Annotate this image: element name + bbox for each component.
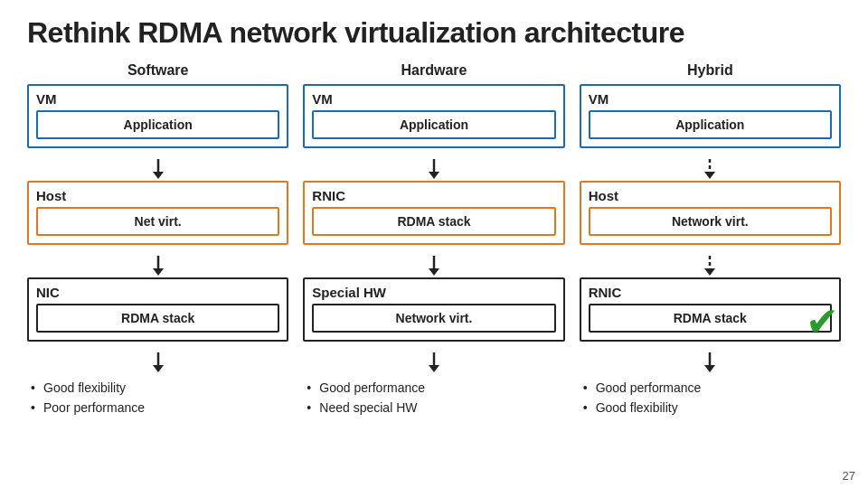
hardware-bullet-1: Good performance (307, 378, 564, 398)
hardware-specialhw-label: Special HW (312, 285, 555, 300)
software-bullet-1: Good flexibility (31, 378, 288, 398)
hybrid-arrow-2 (702, 256, 718, 276)
columns-container: Software VM Application Host Net virt. (27, 62, 841, 418)
hybrid-rnic-box: RNIC RDMA stack ✔ (580, 277, 841, 342)
software-host-box: Host Net virt. (27, 181, 288, 245)
page-title: Rethink RDMA network virtualization arch… (27, 16, 841, 50)
hybrid-header: Hybrid (687, 62, 733, 79)
software-net-box: Net virt. (36, 207, 279, 236)
hardware-column: Hardware VM Application RNIC RDMA stack (303, 62, 564, 418)
hybrid-bullet-2: Good flexibility (583, 398, 841, 418)
svg-marker-3 (153, 268, 164, 276)
page-container: Rethink RDMA network virtualization arch… (0, 0, 868, 427)
svg-marker-15 (704, 268, 715, 276)
hardware-arrow-1 (426, 159, 442, 179)
software-bullet-2: Poor performance (31, 398, 288, 418)
svg-marker-9 (429, 268, 439, 276)
hardware-specialhw-box: Special HW Network virt. (303, 277, 564, 342)
hardware-vm-box: VM Application (303, 84, 564, 148)
hardware-rnic-label: RNIC (312, 188, 555, 203)
hybrid-vm-box: VM Application (580, 84, 841, 148)
software-nic-box: NIC RDMA stack (27, 277, 288, 342)
svg-marker-17 (704, 365, 715, 372)
software-header: Software (127, 62, 189, 79)
software-nic-label: NIC (36, 285, 279, 300)
hybrid-rdma-wrapper: RDMA stack ✔ (589, 304, 832, 333)
checkmark-icon: ✔ (806, 302, 839, 342)
page-number: 27 (843, 469, 855, 483)
hardware-arrow-2 (426, 256, 442, 276)
software-host-label: Host (36, 188, 279, 203)
hybrid-app-box: Application (589, 110, 832, 139)
hardware-vm-label: VM (312, 91, 555, 107)
software-bullets: Good flexibility Poor performance (27, 378, 288, 418)
svg-marker-1 (153, 172, 164, 179)
hardware-bullets: Good performance Need special HW (303, 378, 564, 418)
hardware-bullet-2: Need special HW (307, 398, 564, 418)
hardware-rdma-inner-box: RDMA stack (312, 207, 555, 236)
hybrid-arrow-1 (702, 159, 718, 179)
software-arrow-2 (150, 256, 166, 276)
software-app-box: Application (36, 110, 279, 139)
hybrid-column: Hybrid VM Application Host Network virt. (580, 62, 841, 418)
software-vm-label: VM (36, 91, 279, 107)
software-rdma-box: RDMA stack (36, 304, 279, 333)
hybrid-host-box: Host Network virt. (580, 181, 841, 245)
svg-marker-11 (429, 365, 439, 372)
hybrid-arrow-3 (702, 352, 718, 372)
hybrid-nic-wrapper: RNIC RDMA stack ✔ (580, 277, 841, 351)
hardware-rnic-box: RNIC RDMA stack (303, 181, 564, 245)
svg-marker-13 (704, 172, 715, 179)
hardware-header: Hardware (401, 62, 467, 79)
hybrid-rnic-label: RNIC (589, 285, 832, 300)
hybrid-bullets: Good performance Good flexibility (580, 378, 841, 418)
hybrid-rdma-box: RDMA stack (589, 304, 832, 333)
software-vm-box: VM Application (27, 84, 288, 148)
hardware-arrow-3 (426, 352, 442, 372)
hybrid-vm-label: VM (589, 91, 832, 107)
software-arrow-1 (150, 159, 166, 179)
hybrid-netvirt-box: Network virt. (589, 207, 832, 236)
svg-marker-7 (429, 172, 439, 179)
hybrid-host-label: Host (589, 188, 832, 203)
hybrid-bullet-1: Good performance (583, 378, 841, 398)
svg-marker-5 (153, 365, 164, 372)
hardware-app-box: Application (312, 110, 555, 139)
software-column: Software VM Application Host Net virt. (27, 62, 288, 418)
software-arrow-3 (150, 352, 166, 372)
hardware-netvirt-box: Network virt. (312, 304, 555, 333)
